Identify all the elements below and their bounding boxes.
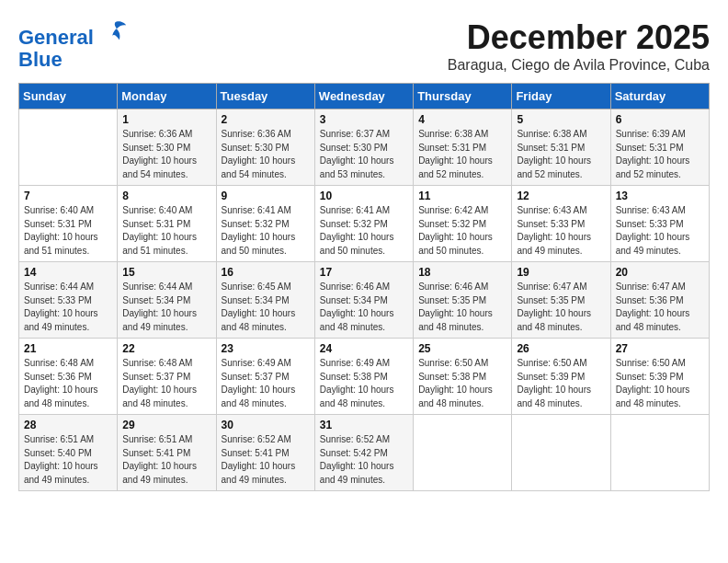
- day-info: Sunrise: 6:48 AM Sunset: 5:36 PM Dayligh…: [24, 357, 112, 410]
- calendar-cell: 11Sunrise: 6:42 AM Sunset: 5:32 PM Dayli…: [414, 186, 512, 262]
- calendar-cell: [19, 109, 118, 186]
- day-number: 15: [122, 266, 210, 279]
- calendar-cell: 19Sunrise: 6:47 AM Sunset: 5:35 PM Dayli…: [512, 262, 610, 339]
- header-thursday: Thursday: [414, 84, 512, 109]
- calendar-cell: 22Sunrise: 6:48 AM Sunset: 5:37 PM Dayli…: [118, 339, 216, 415]
- day-info: Sunrise: 6:43 AM Sunset: 5:33 PM Dayligh…: [517, 204, 605, 258]
- calendar-cell: 30Sunrise: 6:52 AM Sunset: 5:41 PM Dayli…: [216, 415, 314, 491]
- day-info: Sunrise: 6:50 AM Sunset: 5:38 PM Dayligh…: [418, 357, 506, 410]
- calendar-cell: 15Sunrise: 6:44 AM Sunset: 5:34 PM Dayli…: [118, 262, 216, 339]
- day-info: Sunrise: 6:37 AM Sunset: 5:30 PM Dayligh…: [320, 128, 408, 181]
- day-info: Sunrise: 6:38 AM Sunset: 5:31 PM Dayligh…: [418, 128, 506, 181]
- day-number: 4: [418, 113, 506, 126]
- day-number: 9: [222, 190, 310, 202]
- calendar-cell: 12Sunrise: 6:43 AM Sunset: 5:33 PM Dayli…: [512, 186, 610, 262]
- day-number: 24: [320, 342, 408, 355]
- calendar-cell: 14Sunrise: 6:44 AM Sunset: 5:33 PM Dayli…: [19, 262, 118, 339]
- page-header: General Blue December 2025 Baragua, Cieg…: [18, 18, 710, 74]
- calendar-cell: 23Sunrise: 6:49 AM Sunset: 5:37 PM Dayli…: [216, 339, 314, 415]
- header-wednesday: Wednesday: [314, 84, 413, 109]
- day-info: Sunrise: 6:36 AM Sunset: 5:30 PM Dayligh…: [222, 128, 310, 181]
- day-info: Sunrise: 6:43 AM Sunset: 5:33 PM Dayligh…: [616, 204, 704, 258]
- logo-line2: Blue: [18, 48, 63, 71]
- day-info: Sunrise: 6:49 AM Sunset: 5:37 PM Dayligh…: [222, 357, 310, 410]
- day-info: Sunrise: 6:46 AM Sunset: 5:34 PM Dayligh…: [320, 281, 408, 334]
- day-info: Sunrise: 6:48 AM Sunset: 5:37 PM Dayligh…: [122, 357, 210, 410]
- logo-bird-icon: [102, 18, 128, 44]
- header-sunday: Sunday: [19, 84, 118, 109]
- day-info: Sunrise: 6:40 AM Sunset: 5:31 PM Dayligh…: [24, 204, 112, 258]
- day-number: 23: [222, 342, 310, 355]
- day-info: Sunrise: 6:41 AM Sunset: 5:32 PM Dayligh…: [320, 204, 408, 258]
- day-number: 31: [320, 419, 408, 431]
- day-info: Sunrise: 6:52 AM Sunset: 5:42 PM Dayligh…: [320, 433, 408, 487]
- calendar-cell: 2Sunrise: 6:36 AM Sunset: 5:30 PM Daylig…: [216, 109, 314, 186]
- calendar-cell: 8Sunrise: 6:40 AM Sunset: 5:31 PM Daylig…: [118, 186, 216, 262]
- calendar-cell: [610, 415, 709, 491]
- calendar-week-1: 1Sunrise: 6:36 AM Sunset: 5:30 PM Daylig…: [19, 109, 710, 186]
- day-number: 13: [616, 190, 704, 202]
- calendar-cell: 9Sunrise: 6:41 AM Sunset: 5:32 PM Daylig…: [216, 186, 314, 262]
- month-title: December 2025: [448, 18, 710, 57]
- calendar-cell: [512, 415, 610, 491]
- day-info: Sunrise: 6:44 AM Sunset: 5:34 PM Dayligh…: [122, 281, 210, 334]
- day-number: 3: [320, 113, 408, 126]
- day-info: Sunrise: 6:51 AM Sunset: 5:40 PM Dayligh…: [24, 433, 112, 487]
- logo-line1: General: [18, 26, 94, 49]
- day-number: 22: [122, 342, 210, 355]
- day-number: 19: [517, 266, 605, 279]
- header-monday: Monday: [118, 84, 216, 109]
- calendar-cell: 17Sunrise: 6:46 AM Sunset: 5:34 PM Dayli…: [314, 262, 413, 339]
- day-number: 27: [616, 342, 704, 355]
- day-info: Sunrise: 6:47 AM Sunset: 5:36 PM Dayligh…: [616, 281, 704, 334]
- day-info: Sunrise: 6:42 AM Sunset: 5:32 PM Dayligh…: [418, 204, 506, 258]
- calendar-cell: 1Sunrise: 6:36 AM Sunset: 5:30 PM Daylig…: [118, 109, 216, 186]
- day-number: 25: [418, 342, 506, 355]
- day-number: 8: [122, 190, 210, 202]
- calendar-cell: 4Sunrise: 6:38 AM Sunset: 5:31 PM Daylig…: [414, 109, 512, 186]
- day-info: Sunrise: 6:44 AM Sunset: 5:33 PM Dayligh…: [24, 281, 112, 334]
- day-info: Sunrise: 6:38 AM Sunset: 5:31 PM Dayligh…: [517, 128, 605, 181]
- day-number: 12: [517, 190, 605, 202]
- logo: General Blue: [18, 18, 128, 71]
- calendar-cell: 25Sunrise: 6:50 AM Sunset: 5:38 PM Dayli…: [414, 339, 512, 415]
- day-number: 17: [320, 266, 408, 279]
- day-number: 26: [517, 342, 605, 355]
- day-info: Sunrise: 6:51 AM Sunset: 5:41 PM Dayligh…: [122, 433, 210, 487]
- calendar-cell: 18Sunrise: 6:46 AM Sunset: 5:35 PM Dayli…: [414, 262, 512, 339]
- day-number: 16: [222, 266, 310, 279]
- day-info: Sunrise: 6:40 AM Sunset: 5:31 PM Dayligh…: [122, 204, 210, 258]
- day-number: 5: [517, 113, 605, 126]
- calendar-cell: 5Sunrise: 6:38 AM Sunset: 5:31 PM Daylig…: [512, 109, 610, 186]
- calendar-cell: 24Sunrise: 6:49 AM Sunset: 5:38 PM Dayli…: [314, 339, 413, 415]
- day-info: Sunrise: 6:36 AM Sunset: 5:30 PM Dayligh…: [122, 128, 210, 181]
- calendar-week-4: 21Sunrise: 6:48 AM Sunset: 5:36 PM Dayli…: [19, 339, 710, 415]
- calendar-cell: 28Sunrise: 6:51 AM Sunset: 5:40 PM Dayli…: [19, 415, 118, 491]
- calendar-cell: 27Sunrise: 6:50 AM Sunset: 5:39 PM Dayli…: [610, 339, 709, 415]
- location-title: Baragua, Ciego de Avila Province, Cuba: [448, 57, 710, 74]
- calendar-cell: 20Sunrise: 6:47 AM Sunset: 5:36 PM Dayli…: [610, 262, 709, 339]
- header-saturday: Saturday: [610, 84, 709, 109]
- calendar-cell: [414, 415, 512, 491]
- day-number: 14: [24, 266, 112, 279]
- day-number: 2: [222, 113, 310, 126]
- day-info: Sunrise: 6:46 AM Sunset: 5:35 PM Dayligh…: [418, 281, 506, 334]
- day-number: 11: [418, 190, 506, 202]
- calendar-cell: 16Sunrise: 6:45 AM Sunset: 5:34 PM Dayli…: [216, 262, 314, 339]
- day-info: Sunrise: 6:45 AM Sunset: 5:34 PM Dayligh…: [222, 281, 310, 334]
- day-number: 21: [24, 342, 112, 355]
- calendar-cell: 6Sunrise: 6:39 AM Sunset: 5:31 PM Daylig…: [610, 109, 709, 186]
- day-number: 29: [122, 419, 210, 431]
- day-info: Sunrise: 6:47 AM Sunset: 5:35 PM Dayligh…: [517, 281, 605, 334]
- day-number: 6: [616, 113, 704, 126]
- day-number: 30: [222, 419, 310, 431]
- day-number: 18: [418, 266, 506, 279]
- calendar-cell: 13Sunrise: 6:43 AM Sunset: 5:33 PM Dayli…: [610, 186, 709, 262]
- calendar-cell: 7Sunrise: 6:40 AM Sunset: 5:31 PM Daylig…: [19, 186, 118, 262]
- day-number: 1: [122, 113, 210, 126]
- day-info: Sunrise: 6:49 AM Sunset: 5:38 PM Dayligh…: [320, 357, 408, 410]
- calendar-cell: 21Sunrise: 6:48 AM Sunset: 5:36 PM Dayli…: [19, 339, 118, 415]
- calendar-week-3: 14Sunrise: 6:44 AM Sunset: 5:33 PM Dayli…: [19, 262, 710, 339]
- calendar-week-2: 7Sunrise: 6:40 AM Sunset: 5:31 PM Daylig…: [19, 186, 710, 262]
- day-number: 7: [24, 190, 112, 202]
